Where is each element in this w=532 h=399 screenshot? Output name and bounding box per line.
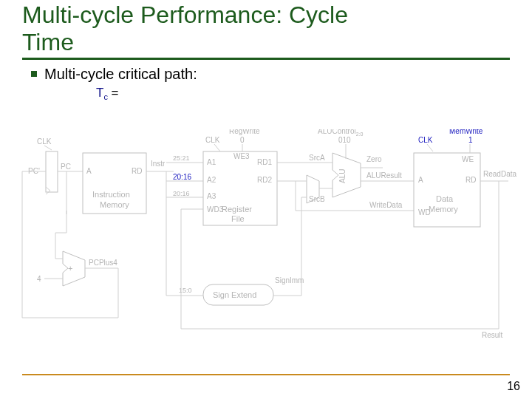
tc-equals: = <box>108 86 119 100</box>
signext-label: Sign Extend <box>213 290 256 299</box>
instr-label: Instr <box>151 160 166 168</box>
plus-label: + <box>68 264 72 273</box>
dmem-l1: Data <box>436 194 454 203</box>
datapath-diagram: CLK PC' PC A RD Instruction Memory Instr… <box>15 129 517 344</box>
imem-l1: Instruction <box>92 190 130 199</box>
clk-label-1: CLK <box>37 137 52 146</box>
alures-label: ALUResult <box>366 171 402 180</box>
result-label: Result <box>482 331 503 339</box>
rf-a2: A2 <box>207 176 216 184</box>
page-number: 16 <box>507 380 520 393</box>
rf-a1: A1 <box>207 158 216 166</box>
bits-2016b: 20:16 <box>173 190 190 197</box>
dmem-rd: RD <box>466 176 476 184</box>
clk-label-2: CLK <box>205 136 220 144</box>
svg-line-1 <box>44 146 52 150</box>
memwrite-val: 1 <box>468 136 473 144</box>
rf-rd1: RD1 <box>257 158 272 166</box>
bullet-square-icon <box>31 71 37 77</box>
alu-label: ALU <box>338 169 347 183</box>
svg-rect-0 <box>46 151 58 192</box>
dmem-a: A <box>418 176 423 184</box>
rf-l2: File <box>231 214 245 223</box>
title-line-2: Time <box>22 29 74 55</box>
svg-line-12 <box>214 144 220 151</box>
regwrite-label: RegWrite <box>229 129 260 135</box>
srca-label: SrcA <box>309 154 325 162</box>
dmem-l2: Memory <box>429 205 458 214</box>
bits-2016a: 20:16 <box>173 173 191 181</box>
formula: Tc = <box>96 86 510 101</box>
pc-label: PC <box>61 163 71 171</box>
title-underline <box>22 58 510 60</box>
svg-line-26 <box>427 144 433 151</box>
bits-2521: 25:21 <box>173 154 190 162</box>
rf-we3: WE3 <box>233 152 250 160</box>
writedata-label: WriteData <box>369 201 403 209</box>
signimm-label: SignImm <box>275 276 304 284</box>
dmem-we: WE <box>462 155 474 163</box>
rf-a3: A3 <box>207 192 216 200</box>
aluctrl-val: 010 <box>338 136 351 144</box>
bullet-text: Multi-cycle critical path: <box>44 66 197 83</box>
bottom-rule <box>22 374 510 375</box>
imem-l2: Memory <box>100 200 129 209</box>
rf-rd2: RD2 <box>257 176 272 184</box>
imem-rd: RD <box>132 167 142 175</box>
clk-label-3: CLK <box>418 136 433 144</box>
title-line-1: Multi-cycle Performance: Cycle <box>22 1 348 28</box>
memwrite-label: MemWrite <box>449 129 483 135</box>
srcb-label: SrcB <box>309 195 325 203</box>
tc-symbol: T <box>96 86 103 100</box>
readdata-label: ReadData <box>483 170 516 178</box>
slide-title: Multi-cycle Performance: Cycle Time <box>22 0 510 56</box>
four-label: 4 <box>37 275 41 283</box>
rf-l1: Register <box>222 205 252 214</box>
bullet-row: Multi-cycle critical path: <box>31 66 510 83</box>
pcplus4-label: PCPlus4 <box>89 259 117 267</box>
regwrite-val: 0 <box>240 136 245 144</box>
zero-label: Zero <box>366 155 382 163</box>
imem-a: A <box>86 167 92 175</box>
